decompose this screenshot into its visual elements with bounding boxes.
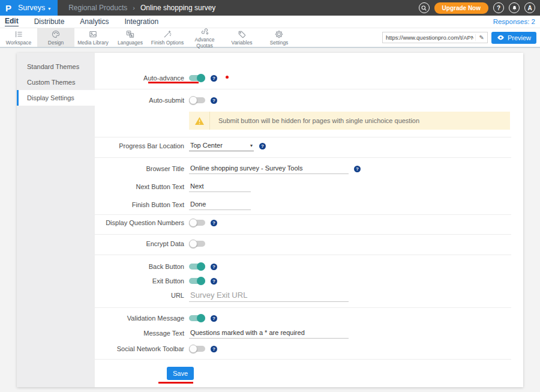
- progress-bar-location-value: Top Center: [190, 142, 223, 149]
- social-network-toolbar-toggle[interactable]: [189, 345, 205, 353]
- auto-submit-toggle[interactable]: [189, 96, 205, 104]
- next-button-text-input[interactable]: [189, 181, 251, 192]
- chevron-down-icon: ▾: [48, 6, 50, 11]
- search-icon[interactable]: [419, 2, 430, 13]
- auto-advance-toggle[interactable]: [189, 74, 205, 82]
- chain-link-icon: [200, 26, 209, 36]
- toolbar-item-design[interactable]: Design: [37, 28, 74, 47]
- divider: [95, 359, 511, 360]
- surveys-menu[interactable]: Surveys ▾: [18, 4, 50, 12]
- validation-message-row: Validation Message ?: [95, 312, 217, 325]
- toolbar-item-languages[interactable]: Languages: [112, 28, 149, 47]
- edit-url-pencil-icon[interactable]: ✎: [475, 34, 487, 41]
- app-logo-menu[interactable]: P Surveys ▾: [0, 0, 58, 16]
- toolbar-item-label: Media Library: [77, 40, 109, 46]
- sidebar-item-standard-themes[interactable]: Standard Themes: [17, 59, 95, 74]
- toolbar-item-label: Advance Quotas: [186, 37, 223, 49]
- exit-button-label: Exit Button: [95, 277, 184, 285]
- browser-title-help-icon[interactable]: ?: [354, 166, 361, 172]
- toolbar-item-label: Variables: [232, 40, 253, 46]
- encrypt-data-toggle[interactable]: [189, 240, 205, 248]
- eye-icon: [497, 35, 505, 40]
- display-question-numbers-help-icon[interactable]: ?: [211, 220, 217, 226]
- validation-message-help-icon[interactable]: ?: [211, 315, 217, 322]
- toolbar-item-label: Settings: [270, 40, 289, 46]
- design-sidebar: Standard Themes Custom Themes Display Se…: [17, 53, 95, 387]
- save-button[interactable]: Save: [167, 367, 194, 380]
- header-actions: Upgrade Now ? A: [419, 0, 540, 16]
- exit-button-help-icon[interactable]: ?: [211, 278, 217, 285]
- warning-text: Submit button will be hidden for pages w…: [210, 117, 419, 124]
- divider: [95, 255, 511, 255]
- breadcrumb-separator-icon: ›: [133, 4, 135, 11]
- auto-advance-help-icon[interactable]: ?: [211, 75, 217, 82]
- toolbar-item-settings[interactable]: Settings: [260, 28, 298, 47]
- design-settings-card: Standard Themes Custom Themes Display Se…: [17, 53, 523, 387]
- tab-integration[interactable]: Integration: [124, 17, 158, 26]
- upgrade-now-button[interactable]: Upgrade Now: [434, 2, 488, 14]
- sidebar-item-custom-themes[interactable]: Custom Themes: [17, 74, 95, 90]
- toolbar-item-label: Finish Options: [151, 40, 184, 46]
- back-button-label: Back Button: [95, 263, 184, 270]
- responses-count[interactable]: Responses: 2: [493, 18, 535, 25]
- exit-button-row: Exit Button ?: [95, 274, 217, 288]
- translate-icon: [125, 29, 135, 39]
- auto-submit-label: Auto-submit: [95, 97, 184, 104]
- progress-bar-help-icon[interactable]: ?: [259, 143, 266, 149]
- next-button-text-label: Next Button Text: [95, 183, 184, 190]
- preview-button-label: Preview: [508, 34, 531, 41]
- social-network-toolbar-row: Social Network Toolbar ?: [95, 342, 217, 355]
- breadcrumb-parent[interactable]: Regional Products: [68, 4, 127, 12]
- next-button-text-row: Next Button Text: [95, 180, 251, 193]
- toolbar-item-label: Workspace: [6, 40, 31, 46]
- validation-message-toggle[interactable]: [189, 314, 205, 322]
- toolbar-item-workspace[interactable]: Workspace: [0, 28, 37, 47]
- toolbar-item-finish-options[interactable]: Finish Options: [149, 28, 186, 47]
- browser-title-input[interactable]: [189, 163, 349, 174]
- finish-button-text-row: Finish Button Text: [95, 198, 251, 211]
- divider: [95, 137, 511, 137]
- survey-url-box: ✎: [382, 32, 488, 43]
- exit-url-row: URL: [95, 288, 349, 303]
- display-question-numbers-row: Display Question Numbers ?: [95, 216, 217, 229]
- top-header: P Surveys ▾ Regional Products › Online s…: [0, 0, 540, 16]
- message-text-label: Message Text: [95, 330, 184, 337]
- browser-title-row: Browser Title ?: [95, 162, 361, 175]
- progress-bar-location-row: Progress Bar Location Top Center ▾ ?: [95, 139, 266, 152]
- avatar[interactable]: A: [524, 2, 535, 13]
- submit-hidden-warning: Submit button will be hidden for pages w…: [189, 112, 510, 130]
- annotation-red-dot: [226, 76, 229, 79]
- help-icon[interactable]: ?: [493, 2, 504, 13]
- finish-button-text-input[interactable]: [189, 199, 251, 210]
- preview-button[interactable]: Preview: [491, 32, 536, 44]
- display-question-numbers-toggle[interactable]: [189, 219, 205, 227]
- sidebar-item-display-settings[interactable]: Display Settings: [17, 90, 95, 106]
- back-button-help-icon[interactable]: ?: [211, 264, 217, 270]
- social-network-toolbar-help-icon[interactable]: ?: [211, 346, 217, 352]
- exit-url-label: URL: [95, 292, 184, 299]
- message-text-input[interactable]: [189, 328, 349, 339]
- tab-edit[interactable]: Edit: [5, 17, 19, 26]
- back-button-toggle[interactable]: [189, 262, 205, 271]
- browser-title-label: Browser Title: [95, 165, 184, 172]
- divider: [95, 307, 511, 308]
- divider: [95, 234, 511, 235]
- notifications-bell-icon[interactable]: [509, 2, 520, 13]
- survey-url-input[interactable]: [383, 34, 476, 41]
- toolbar-item-variables[interactable]: Variables: [223, 28, 260, 47]
- exit-url-input[interactable]: [189, 289, 349, 302]
- warning-triangle-icon: [194, 116, 205, 125]
- tab-analytics[interactable]: Analytics: [80, 17, 109, 26]
- back-button-row: Back Button ?: [95, 260, 217, 273]
- exit-button-toggle[interactable]: [189, 277, 205, 285]
- display-settings-panel: Auto-advance ? Auto-submit ?: [95, 53, 523, 387]
- edit-toolbar: Workspace Design Media Library Languages…: [0, 28, 540, 48]
- page-background: Standard Themes Custom Themes Display Se…: [0, 53, 540, 392]
- auto-submit-help-icon[interactable]: ?: [211, 97, 217, 104]
- progress-bar-location-select[interactable]: Top Center ▾: [189, 140, 254, 151]
- toolbar-item-media-library[interactable]: Media Library: [74, 28, 112, 47]
- survey-nav: Edit Distribute Analytics Integration Re…: [0, 16, 540, 28]
- toolbar-item-advance-quotas[interactable]: Advance Quotas: [186, 28, 223, 47]
- tab-distribute[interactable]: Distribute: [34, 17, 65, 26]
- divider: [95, 89, 511, 89]
